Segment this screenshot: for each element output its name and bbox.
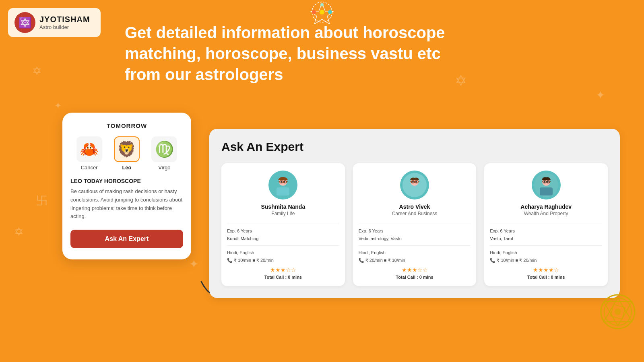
expert-avatar-1 <box>268 171 297 200</box>
yantra-decoration <box>600 294 636 330</box>
sign-virgo[interactable]: ♍ Virgo <box>151 136 177 171</box>
svg-point-11 <box>284 181 285 183</box>
lang-2: Hindi, English <box>359 249 471 257</box>
expert-specialty-3: Wealth And Property <box>524 211 568 216</box>
expert-specialty-1: Family Life <box>271 211 295 216</box>
expert-avatar-2 <box>400 171 429 200</box>
cancer-label: Cancer <box>81 165 98 171</box>
expert-avatar-3 <box>532 171 561 200</box>
tomorrow-label: TOMORROW <box>70 122 183 129</box>
skills-3: Vastu, Tarot <box>490 235 602 243</box>
svg-rect-9 <box>277 187 289 195</box>
svg-point-20 <box>412 181 414 183</box>
rates-1: 📞 ₹ 10/min ■ ₹ 20/min <box>227 257 339 264</box>
rates-2: 📞 ₹ 20/min ■ ₹ 10/min <box>359 257 471 264</box>
expert-name-3: Acharya Raghudev <box>520 204 572 210</box>
phone-card: TOMORROW 🦀 Cancer 🦁 Leo ♍ Virgo LEO TODA… <box>62 113 191 259</box>
svg-point-10 <box>281 181 282 183</box>
divider-2a <box>359 224 471 224</box>
deco-star-3: ✡ <box>14 225 23 239</box>
skills-2: Vedic astrology, Vastu <box>359 235 471 243</box>
expert-lang-rate-2: Hindi, English 📞 ₹ 20/min ■ ₹ 10/min <box>359 249 471 264</box>
virgo-icon: ♍ <box>151 136 177 162</box>
expert-card-1[interactable]: Sushmita Nanda Family Life Exp. 6 Years … <box>221 163 345 286</box>
svg-point-30 <box>544 181 545 183</box>
svg-point-5 <box>320 3 324 6</box>
stars-1: ★★★☆☆ <box>270 267 296 273</box>
expert-panel: Ask An Expert <box>209 129 620 298</box>
cancer-icon: 🦀 <box>76 136 102 162</box>
total-call-3: Total Call : 0 mins <box>527 275 565 280</box>
expert-name-2: Astro Vivek <box>399 204 430 210</box>
horoscope-title: LEO TODAY HOROSCOPE <box>70 178 183 184</box>
deco-star-6: ✦ <box>596 88 605 102</box>
deco-swastika-1: 卐 <box>36 193 47 208</box>
svg-point-3 <box>312 10 316 14</box>
main-headline: Get detailed information about horoscope… <box>125 22 612 85</box>
exp-years-1: Exp. 6 Years <box>227 227 339 235</box>
virgo-label: Virgo <box>158 165 170 171</box>
exp-years-3: Exp. 6 Years <box>490 227 602 235</box>
exp-years-2: Exp. 6 Years <box>359 227 471 235</box>
ask-expert-button[interactable]: Ask An Expert <box>70 230 183 248</box>
rates-3: 📞 ₹ 10/min ■ ₹ 20/min <box>490 257 602 264</box>
expert-detail-2: Exp. 6 Years Vedic astrology, Vastu <box>359 227 471 242</box>
svg-point-2 <box>320 10 324 14</box>
expert-panel-title: Ask An Expert <box>221 140 608 154</box>
total-call-2: Total Call : 0 mins <box>396 275 433 280</box>
lang-3: Hindi, English <box>490 249 602 257</box>
total-call-1: Total Call : 0 mins <box>264 275 302 280</box>
signs-row: 🦀 Cancer 🦁 Leo ♍ Virgo <box>70 136 183 171</box>
logo-name: JYOTISHAM <box>39 15 90 24</box>
expert-name-1: Sushmita Nanda <box>261 204 305 210</box>
stars-2: ★★★☆☆ <box>402 267 428 273</box>
svg-rect-29 <box>540 187 553 195</box>
leo-label: Leo <box>122 165 131 171</box>
divider-3a <box>490 224 602 224</box>
deco-star-1: ✡ <box>32 64 41 78</box>
expert-card-2[interactable]: Astro Vivek Career And Business Exp. 6 Y… <box>353 163 477 286</box>
experts-row: Sushmita Nanda Family Life Exp. 6 Years … <box>221 163 608 286</box>
divider-1b <box>227 245 339 246</box>
logo-sub: Astro builder <box>39 24 90 30</box>
sign-cancer[interactable]: 🦀 Cancer <box>76 136 102 171</box>
divider-2b <box>359 245 471 246</box>
horoscope-text: Be cautious of making rash decisions or … <box>70 187 183 221</box>
svg-point-41 <box>615 309 621 315</box>
stars-3: ★★★★☆ <box>533 267 559 273</box>
leo-icon: 🦁 <box>114 136 140 162</box>
svg-point-21 <box>415 181 417 183</box>
deco-star-2: ✦ <box>54 101 62 111</box>
svg-point-4 <box>328 10 332 14</box>
logo-text: JYOTISHAM Astro builder <box>39 15 90 30</box>
logo-box: 🔯 JYOTISHAM Astro builder <box>8 8 101 37</box>
divider-1a <box>227 224 339 224</box>
expert-detail-1: Exp. 6 Years Kundli Matching <box>227 227 339 242</box>
expert-lang-rate-1: Hindi, English 📞 ₹ 10/min ■ ₹ 20/min <box>227 249 339 264</box>
svg-point-31 <box>547 181 549 183</box>
deco-star-5: ✦ <box>189 257 198 271</box>
expert-lang-rate-3: Hindi, English 📞 ₹ 10/min ■ ₹ 20/min <box>490 249 602 264</box>
expert-specialty-2: Career And Business <box>392 211 438 216</box>
expert-detail-3: Exp. 6 Years Vastu, Tarot <box>490 227 602 242</box>
logo-icon: 🔯 <box>14 12 35 33</box>
expert-card-3[interactable]: Acharya Raghudev Wealth And Property Exp… <box>484 163 608 286</box>
skills-1: Kundli Matching <box>227 235 339 243</box>
sign-leo[interactable]: 🦁 Leo <box>114 136 140 171</box>
lang-1: Hindi, English <box>227 249 339 257</box>
svg-rect-19 <box>408 187 421 195</box>
divider-3b <box>490 245 602 246</box>
